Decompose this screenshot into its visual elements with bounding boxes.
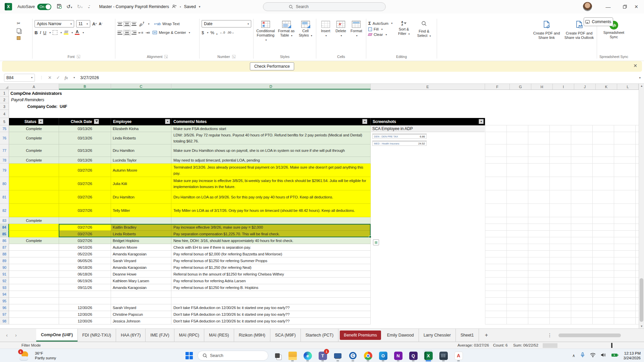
company-portal-icon[interactable]: C	[348, 350, 358, 361]
cell-screenshot-77[interactable]	[371, 144, 485, 157]
cell-status-77[interactable]: Complete	[9, 144, 59, 157]
font-name-select[interactable]: Aptos Narrow▾	[35, 20, 74, 27]
cell-employee-90[interactable]: Amanda Karagosian	[111, 264, 171, 271]
cell-screenshot-94[interactable]	[371, 291, 485, 298]
cell-employee-75[interactable]: Elizabeth Kloha	[111, 125, 171, 132]
row-header-93[interactable]: 93	[0, 284, 9, 291]
adp-screenshot-2[interactable]: MED - Health Insuranc24.52	[372, 140, 427, 146]
wifi-icon[interactable]	[590, 353, 596, 359]
sheet-tab-ime-fjv-[interactable]: IME (FJV)	[146, 329, 174, 342]
find-select-button[interactable]: Find & Select ▾	[415, 19, 433, 59]
cell-status-80[interactable]	[9, 177, 59, 190]
edge-icon[interactable]: e	[303, 350, 312, 361]
sheet-tab-larry-chessler[interactable]: Larry Chessler	[419, 329, 456, 342]
cancel-entry-icon[interactable]: ✕	[48, 75, 52, 80]
row-header-5[interactable]: 5	[0, 118, 9, 125]
decrease-font-icon[interactable]: Aˇ	[99, 22, 102, 26]
cell-date-91[interactable]: 06/18/26	[59, 271, 111, 278]
cell-employee-85[interactable]: Linda Roberts	[111, 231, 171, 237]
header-check-date-filter-button[interactable]	[94, 119, 99, 124]
remote-desktop-icon[interactable]	[333, 350, 342, 361]
alignment-dialog-launcher[interactable]: ↘	[164, 55, 168, 58]
cell-employee-91[interactable]: Deanne Howe	[111, 271, 171, 278]
cell-employee-81[interactable]: Dru Hamilton	[111, 190, 171, 204]
cell-status-96[interactable]	[9, 304, 59, 311]
sheet-tab-mai-rpc-[interactable]: MAI (RPC)	[174, 329, 204, 342]
row-header-4[interactable]: 4	[0, 110, 9, 118]
cell-status-95[interactable]	[9, 298, 59, 304]
cell-date-75[interactable]: 03/13/26	[59, 125, 111, 132]
comments-button[interactable]: Comments	[584, 17, 613, 26]
cell-employee-93[interactable]: Amanda Karagosian	[111, 284, 171, 291]
cell-note-92[interactable]: Pay referral bonus for referring Adria L…	[171, 278, 371, 284]
tab-overflow-icon[interactable]: ⋮	[547, 333, 552, 338]
cell-status-83[interactable]: Complete	[9, 217, 59, 224]
adp-app-icon[interactable]: Q	[409, 350, 418, 361]
insert-function-icon[interactable]: fx	[65, 75, 68, 80]
cell-note-97[interactable]: Don't take FSA deduction on 12/30/26 bc …	[171, 311, 371, 318]
vertical-scroll-thumb[interactable]	[640, 278, 643, 322]
increase-indent-icon[interactable]: ⇥≡	[145, 31, 150, 35]
align-right-icon[interactable]	[131, 31, 137, 35]
align-middle-icon[interactable]	[124, 22, 129, 26]
column-header-I[interactable]: I	[553, 84, 574, 89]
new-sheet-button[interactable]: +	[479, 329, 494, 342]
italic-button[interactable]: I	[40, 30, 41, 35]
cell-status-84[interactable]	[9, 224, 59, 231]
sheet-tab-haa-6y7-[interactable]: HAA (6Y7)	[116, 329, 146, 342]
taskbar-clock[interactable]: 12:13 PM3/24/2026	[624, 351, 641, 360]
fill-color-icon[interactable]	[64, 31, 68, 35]
cell-screenshot-93[interactable]	[371, 284, 485, 291]
clear-button[interactable]: Clear▾	[368, 33, 392, 37]
undo-button[interactable]: ↺▾	[66, 4, 72, 10]
font-size-select[interactable]: 11▾	[76, 20, 90, 27]
cell-screenshot-82[interactable]	[371, 204, 485, 217]
column-header-A[interactable]: A	[9, 84, 59, 89]
autosum-button[interactable]: ΣAutoSum▾	[368, 21, 392, 26]
decrease-decimal-icon[interactable]: .00→	[227, 31, 234, 34]
cell-note-94[interactable]	[171, 291, 371, 298]
acrobat-icon[interactable]: A	[454, 350, 463, 361]
font-color-icon[interactable]: A	[75, 30, 79, 35]
column-header-E[interactable]: E	[371, 84, 485, 89]
cell-status-89[interactable]	[9, 257, 59, 264]
cell-note-77[interactable]: Make sure Dru Hamilton shows up on payro…	[171, 144, 371, 157]
cell-employee-82[interactable]: Telly Miller	[111, 204, 171, 217]
calculator-icon[interactable]	[439, 350, 448, 361]
cell-date-96[interactable]: 12/30/26	[59, 304, 111, 311]
close-button[interactable]: ×	[629, 0, 644, 13]
excel-taskbar-icon[interactable]: X	[424, 350, 433, 361]
cell-status-93[interactable]	[9, 284, 59, 291]
format-painter-icon[interactable]	[17, 36, 20, 40]
teams-icon[interactable]: T1	[318, 350, 327, 361]
cell-employee-95[interactable]	[111, 298, 171, 304]
header-screenshots-filter-button[interactable]: ▼	[479, 119, 484, 124]
title-search-box[interactable]: Search	[263, 2, 386, 11]
cell-screenshot-92[interactable]	[371, 278, 485, 284]
cell-screenshot-79[interactable]	[371, 164, 485, 177]
cell-employee-84[interactable]: Kaitlin Bradley	[111, 224, 171, 231]
row-header-90[interactable]: 90	[0, 264, 9, 271]
insert-cells-button[interactable]: ← Insert▾	[318, 19, 333, 59]
cell-screenshot-89[interactable]	[371, 257, 485, 264]
align-bottom-icon[interactable]	[131, 22, 137, 26]
row-header-80[interactable]: 80	[0, 177, 9, 190]
cell-employee-79[interactable]: Autumn Moore	[111, 164, 171, 177]
chrome-icon[interactable]	[363, 350, 373, 361]
cell-screenshot-85[interactable]	[371, 231, 485, 237]
cell-screenshot-97[interactable]	[371, 311, 485, 318]
screenshot-cell-title[interactable]: SCA Employee in ADP	[371, 125, 485, 132]
cell-employee-96[interactable]: Sarah Vinyard	[111, 304, 171, 311]
redo-button[interactable]: ↻▾	[77, 4, 83, 10]
cell-date-87[interactable]: 04/10/26	[59, 244, 111, 251]
number-format-select[interactable]: Date▾	[202, 20, 251, 27]
cell-employee-98[interactable]: Jessica Johnson	[111, 318, 171, 324]
cell-status-98[interactable]	[9, 318, 59, 324]
user-avatar[interactable]	[583, 2, 592, 11]
cell-screenshot-95[interactable]	[371, 298, 485, 304]
copy-icon[interactable]	[17, 28, 20, 33]
saved-status[interactable]: Saved	[184, 4, 196, 9]
wrap-text-button[interactable]: ↩abWrap Text	[154, 22, 180, 26]
row-header-87[interactable]: 87	[0, 244, 9, 251]
cell-note-82[interactable]: Telly Miller on LOA as of 3/17/26. Only …	[171, 204, 371, 217]
